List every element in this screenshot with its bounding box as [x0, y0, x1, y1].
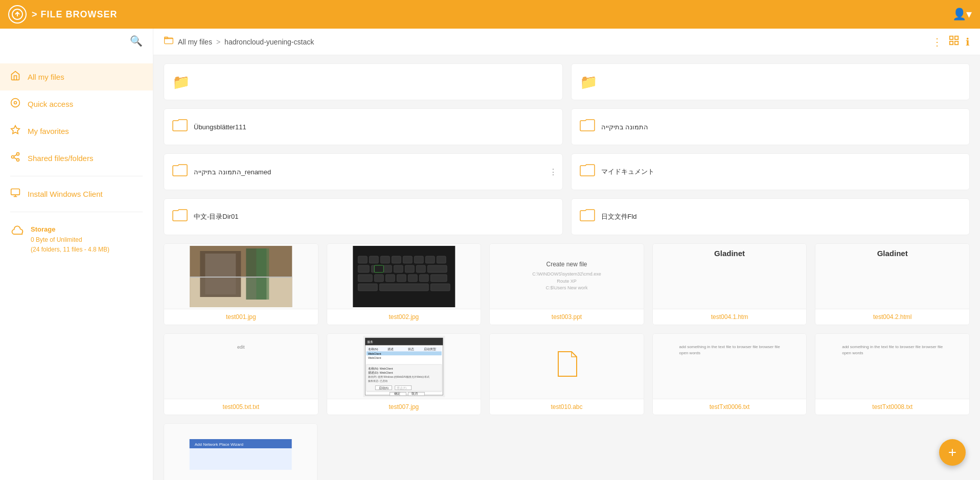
folder-row-3: התמונה בתיקייה_renamed ⋮ マイドキュメント — [164, 153, 970, 190]
file-name-test005: test005.txt.txt — [164, 399, 318, 415]
folder-row-2: Übungsblätter111 התמונה בתיקייה — [164, 108, 970, 145]
svg-text:WebClient: WebClient — [368, 352, 381, 355]
file-preview-test004-2: Gladinet — [815, 244, 969, 309]
file-grid: 📁 📁 Übungsblätter111 — [153, 55, 980, 480]
sidebar-item-my-favorites[interactable]: My favorites — [0, 118, 153, 145]
svg-rect-41 — [358, 275, 372, 282]
folder-name: 中文-目录Dir01 — [194, 212, 238, 221]
sidebar-item-shared-files[interactable]: Shared files/folders — [0, 145, 153, 172]
txt-preview-testtxt0008: add something in the text file to browse… — [837, 339, 948, 361]
folder-card-japanese-fld[interactable]: 日文文件Fld — [571, 198, 970, 235]
svg-rect-28 — [380, 256, 390, 263]
user-account-icon[interactable]: 👤▾ — [952, 8, 972, 21]
folder-icon — [172, 119, 188, 135]
file-card-test003[interactable]: Create new file C:\WINDOWS\system32\cmd.… — [489, 243, 644, 325]
folder-card-ubungsblatter[interactable]: Übungsblätter111 — [164, 108, 563, 145]
file-preview-testtxt0006: add something in the text file to browse… — [653, 334, 807, 399]
txt-preview-test005: edit — [232, 339, 250, 356]
file-card-test002[interactable]: test002.jpg — [327, 243, 482, 325]
svg-rect-49 — [379, 284, 428, 291]
folder-icon — [580, 164, 595, 180]
header-left: > FILE BROWSER — [8, 5, 118, 24]
more-options-icon[interactable]: ⋮ — [932, 36, 942, 48]
folder-name: Übungsblätter111 — [194, 123, 246, 131]
folder-icon — [172, 209, 188, 225]
svg-rect-46 — [419, 275, 428, 282]
folder-card-chinese-dir[interactable]: 中文-目录Dir01 — [164, 198, 563, 235]
svg-text:路径(P): 使用 Windows 的WebDAV服务允许W: 路径(P): 使用 Windows 的WebDAV服务允许Web分布式 — [368, 375, 429, 378]
file-grid-row-2: edit test005.txt.txt 服务 — [164, 333, 970, 415]
file-name-test004-2: test004.2.html — [815, 309, 969, 325]
svg-text:确定: 确定 — [394, 392, 400, 395]
svg-text:启动类型: 启动类型 — [423, 347, 436, 351]
svg-text:描述: 描述 — [388, 348, 394, 351]
sidebar-item-quick-access[interactable]: Quick access — [0, 90, 153, 118]
svg-point-6 — [17, 158, 19, 161]
svg-rect-32 — [425, 256, 435, 263]
file-name-test010: test010.abc — [490, 399, 644, 415]
svg-rect-36 — [382, 265, 392, 272]
sidebar-nav: All my files Quick access My favori — [0, 59, 153, 267]
breadcrumb-path-end: hadroncloud-yuening-cstack — [224, 38, 314, 46]
file-card-test004-2[interactable]: Gladinet test004.2.html — [815, 243, 970, 325]
file-preview-test003: Create new file C:\WINDOWS\system32\cmd.… — [490, 244, 644, 309]
install-client-icon — [10, 188, 20, 200]
folder-icon: 📁 — [580, 74, 598, 90]
svg-rect-39 — [416, 265, 425, 272]
svg-text:名称(N): 名称(N) — [368, 348, 378, 351]
header-right: 👤▾ — [952, 8, 972, 21]
favorites-icon — [10, 125, 20, 138]
svg-point-2 — [14, 102, 17, 104]
file-name-test001: test001.jpg — [164, 309, 318, 325]
svg-line-7 — [14, 157, 17, 159]
folder-card-partial-2[interactable]: 📁 — [571, 63, 970, 100]
sidebar-item-all-my-files[interactable]: All my files — [0, 63, 153, 90]
file-card-test005[interactable]: edit test005.txt.txt — [164, 333, 318, 415]
svg-rect-27 — [369, 256, 378, 263]
storage-line1: 0 Byte of Unlimited — [31, 235, 109, 245]
folder-menu-icon[interactable]: ⋮ — [549, 167, 557, 177]
svg-rect-14 — [950, 36, 953, 39]
app-logo — [8, 5, 27, 24]
svg-rect-24 — [190, 277, 292, 278]
folder-card-maidoc[interactable]: マイドキュメント — [571, 153, 970, 190]
file-card-testtxt0008[interactable]: add something in the text file to browse… — [815, 333, 970, 415]
info-icon[interactable]: ℹ — [966, 36, 970, 48]
svg-rect-47 — [430, 275, 447, 282]
folder-card-hatmuna-renamed[interactable]: התמונה בתיקייה_renamed ⋮ — [164, 153, 563, 190]
svg-text:服务状态: 已启动: 服务状态: 已启动 — [368, 379, 387, 382]
folder-card-hatmuna[interactable]: התמונה בתיקייה — [571, 108, 970, 145]
svg-rect-34 — [358, 265, 369, 272]
grid-view-icon[interactable] — [948, 35, 960, 49]
svg-rect-29 — [392, 256, 401, 263]
svg-text:描述(D): WebClient: 描述(D): WebClient — [368, 371, 393, 374]
file-grid-row-1: test001.jpg — [164, 243, 970, 325]
svg-point-1 — [11, 99, 20, 107]
file-card-testtxt0006[interactable]: add something in the text file to browse… — [652, 333, 807, 415]
file-card-test010[interactable]: test010.abc — [489, 333, 644, 415]
sidebar-item-install-client[interactable]: Install Windows Client — [0, 180, 153, 208]
sidebar-label-shared-files: Shared files/folders — [28, 154, 93, 163]
file-preview-test001 — [164, 244, 318, 309]
file-card-test007[interactable]: 服务 名称(N) 描述 状态 启动类型 WebClient WebClient — [327, 333, 482, 415]
txt-preview-testtxt0006: add something in the text file to browse… — [674, 339, 785, 361]
breadcrumb-path-start[interactable]: All my files — [178, 38, 212, 46]
search-icon[interactable]: 🔍 — [130, 35, 143, 47]
svg-rect-21 — [205, 254, 236, 294]
svg-rect-38 — [405, 265, 414, 272]
file-name-test002: test002.jpg — [327, 309, 481, 325]
sidebar-label-install-client: Install Windows Client — [28, 190, 103, 198]
svg-rect-44 — [397, 275, 406, 282]
folder-card-partial-1[interactable]: 📁 — [164, 63, 563, 100]
svg-rect-48 — [358, 284, 377, 291]
share-icon — [10, 152, 20, 165]
svg-rect-54 — [365, 338, 443, 345]
breadcrumb-bar: All my files > hadroncloud-yuening-cstac… — [153, 29, 980, 55]
sidebar-storage: Storage 0 Byte of Unlimited (24 folders,… — [0, 216, 153, 263]
fab-add-button[interactable]: + — [939, 439, 966, 466]
file-card-test004-1[interactable]: Gladinet test004.1.htm — [652, 243, 807, 325]
svg-text:取消: 取消 — [411, 392, 417, 395]
file-card-test001[interactable]: test001.jpg — [164, 243, 318, 325]
file-card-partial-bottom[interactable]: Add Network Place Wizard — [164, 423, 317, 480]
file-preview-test010 — [490, 334, 644, 399]
